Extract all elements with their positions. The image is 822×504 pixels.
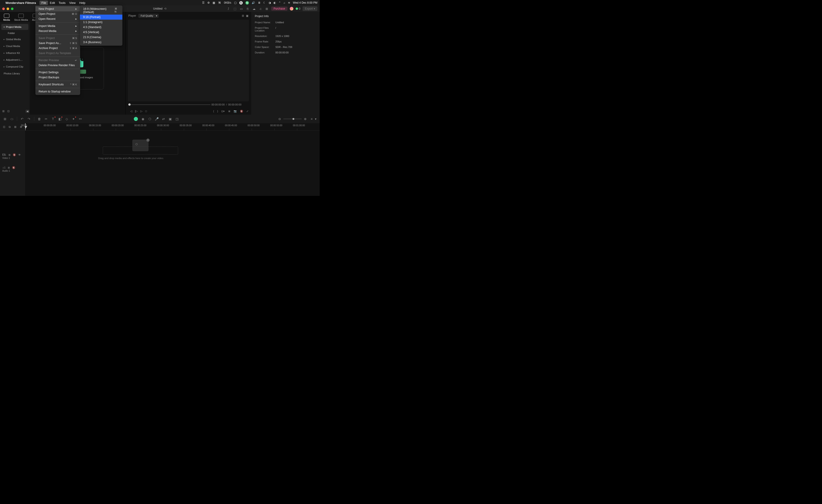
menu-item-project-backups[interactable]: Project Backups xyxy=(35,75,80,80)
export-button[interactable]: Export ▾ xyxy=(303,6,317,11)
folder-icon[interactable]: ⊞ xyxy=(8,153,10,156)
view-grid-icon[interactable]: ⊞ xyxy=(242,14,244,17)
bracket-close-icon[interactable]: } xyxy=(217,110,218,112)
panel-icon-1[interactable]: ⬚ xyxy=(233,7,237,10)
zoom-handle[interactable] xyxy=(293,118,294,120)
lasso-icon[interactable]: ⬭ xyxy=(10,117,14,121)
notification-badge[interactable]: 0 xyxy=(296,7,301,10)
marker-icon[interactable]: ◳ xyxy=(175,117,179,121)
quality-select[interactable]: Full Quality xyxy=(138,14,159,18)
app-name[interactable]: Wondershare Filmora xyxy=(5,1,36,5)
video-icon[interactable]: 🎞1 xyxy=(2,153,6,156)
new-bin-icon[interactable]: ⊡ xyxy=(7,109,10,113)
zoom-fit-icon[interactable]: ≡ xyxy=(311,117,313,121)
headphones-icon[interactable]: ♫ xyxy=(259,7,263,10)
tab-media[interactable]: Media xyxy=(3,14,10,21)
seek-handle[interactable] xyxy=(128,103,131,106)
moon-icon[interactable]: ☾ xyxy=(263,1,266,4)
sidebar-item-global-media[interactable]: ▸Global Media xyxy=(1,36,28,42)
sidebar-item-influence-kit[interactable]: ▸Influence Kit xyxy=(1,50,28,56)
folder-icon[interactable]: ⊞ xyxy=(8,166,10,169)
control-center-icon[interactable]: ≋ xyxy=(288,1,290,4)
wifi-icon[interactable]: ⌃ xyxy=(279,1,281,4)
menu-item-record-media[interactable]: Record Media▶ xyxy=(35,29,80,34)
share-icon[interactable]: ⤴ xyxy=(227,7,231,10)
close-button[interactable] xyxy=(2,8,5,10)
menu-item-new-project[interactable]: New Project▶ xyxy=(35,6,80,11)
tray-icon-green[interactable]: N xyxy=(246,1,249,5)
add-icon[interactable]: + xyxy=(146,138,149,142)
magnet-icon[interactable]: ⊠ xyxy=(14,125,16,128)
zoom-in-button[interactable]: ⊕ xyxy=(304,117,307,121)
link-icon[interactable]: ⧉ xyxy=(9,125,11,128)
tab-stock-media[interactable]: Stock Media xyxy=(14,14,28,21)
record-icon[interactable]: ◉ xyxy=(141,117,145,121)
sidebar-item-project-media[interactable]: ▾Project Media xyxy=(1,24,28,30)
timeline-dropzone[interactable] xyxy=(103,146,178,154)
clock[interactable]: Wed 4 Dec 8:00 PM xyxy=(293,1,317,4)
menu-item-project-settings[interactable]: Project Settings xyxy=(35,70,80,75)
mute-icon[interactable]: 🔇 xyxy=(12,166,15,169)
prev-button[interactable]: ◁ xyxy=(130,109,132,113)
mixer-icon[interactable]: ⇄ xyxy=(162,117,165,121)
menu-help[interactable]: Help xyxy=(77,1,87,5)
menu-item-return-to-startup-window[interactable]: Return to Startup window xyxy=(35,89,80,94)
lock-icon[interactable]: ⊡ xyxy=(3,125,5,128)
menu-item-save-project-as-[interactable]: Save Project As...⇧ ⌘ S xyxy=(35,41,80,46)
zoom-slider[interactable] xyxy=(283,119,302,119)
fullscreen-icon[interactable]: ⤢ xyxy=(247,110,249,113)
tray-icon-n[interactable]: N xyxy=(218,1,221,5)
submenu-item-1-1-instagram-[interactable]: 1:1 (Instagram) xyxy=(80,20,122,25)
submenu-item-3-4-business-[interactable]: 3:4 (Business) xyxy=(80,40,122,45)
submenu-item-16-9-widescreen-default-[interactable]: 16:9 (Widescreen)(Default)⌘ N xyxy=(80,6,122,15)
zoom-more-icon[interactable]: ▾ xyxy=(315,117,317,121)
link-icon[interactable]: ⚯ xyxy=(78,117,82,121)
seek-track[interactable] xyxy=(128,104,211,105)
monitor-icon[interactable]: 🖥 xyxy=(228,110,231,112)
menu-item-import-media[interactable]: Import Media▶ xyxy=(35,23,80,29)
submenu-item-9-16-portrait-[interactable]: 9:16 (Portrait) xyxy=(80,15,122,20)
menu-item-keyboard-shortcuts[interactable]: Keyboard Shortcuts^ ⌘ K xyxy=(35,82,80,87)
sidebar-item-photos-library[interactable]: Photos Library xyxy=(1,70,28,76)
menu-item-delete-preview-render-files[interactable]: Delete Preview Render Files xyxy=(35,63,80,68)
mute-icon[interactable]: 🔇 xyxy=(240,110,243,113)
tray-icon-settings[interactable]: ⚙ xyxy=(207,1,210,4)
menu-tools[interactable]: Tools xyxy=(57,1,67,5)
menu-edit[interactable]: Edit xyxy=(48,1,57,5)
trash-icon[interactable]: 🗑 xyxy=(37,117,41,121)
crop-icon[interactable]: ◧ xyxy=(58,117,62,121)
minimize-button[interactable] xyxy=(7,8,9,10)
user-icon[interactable]: ◑ xyxy=(269,1,271,4)
new-folder-icon[interactable]: ⊞ xyxy=(2,109,5,113)
panel-icon-2[interactable]: ▭ xyxy=(239,7,244,10)
fullscreen-button[interactable] xyxy=(11,8,13,10)
zoom-out-button[interactable]: ⊖ xyxy=(278,117,281,121)
player-viewport[interactable] xyxy=(128,20,249,101)
submenu-item-4-3-standard-[interactable]: 4:3 (Standard) xyxy=(80,25,122,30)
mic-icon[interactable]: 🎤 xyxy=(155,117,158,121)
sidebar-item-adjustment[interactable]: ▸Adjustment L... xyxy=(1,57,28,63)
track-header-video1[interactable]: 🎞1⊞🔇👁 Video 1 xyxy=(2,153,25,159)
aspect-icon[interactable]: ⊡▾ xyxy=(221,110,225,113)
submenu-item-21-9-cinema-[interactable]: 21:9 (Cinema) xyxy=(80,35,122,40)
color-icon[interactable]: ◇ xyxy=(65,117,68,121)
submenu-item-4-5-vertical-[interactable]: 4:5 (Vertical) xyxy=(80,30,122,35)
menu-item-archive-project[interactable]: Archive Project⇧ ⌘ A xyxy=(35,46,80,51)
seek-bar[interactable] xyxy=(128,104,211,105)
battery-icon[interactable]: ◐ xyxy=(274,1,276,4)
cloud-icon[interactable]: ☁ xyxy=(252,7,256,10)
sidebar-collapse-button[interactable]: ◀ xyxy=(26,110,29,113)
sidebar-item-folder[interactable]: Folder xyxy=(1,31,28,36)
menu-file[interactable]: File xyxy=(39,1,48,5)
track-header-audio1[interactable]: ♫1⊞🔇 Audio 1 xyxy=(2,166,25,172)
ai-face-icon[interactable]: ·· xyxy=(134,117,138,121)
sidebar-item-compound-clip[interactable]: ▸Compound Clip xyxy=(1,64,28,70)
snap-icon[interactable]: ▣ xyxy=(168,117,172,121)
audio-icon[interactable]: ♫1 xyxy=(2,166,5,169)
tray-icon-1[interactable]: ☰ xyxy=(202,1,204,4)
redo-button[interactable]: ↷ xyxy=(27,117,31,121)
visible-icon[interactable]: 👁 xyxy=(18,153,21,156)
undo-button[interactable]: ↶ xyxy=(20,117,24,121)
menu-item-open-recent[interactable]: Open Recent▶ xyxy=(35,16,80,21)
tray-icon-display[interactable]: ▢ xyxy=(234,1,237,4)
